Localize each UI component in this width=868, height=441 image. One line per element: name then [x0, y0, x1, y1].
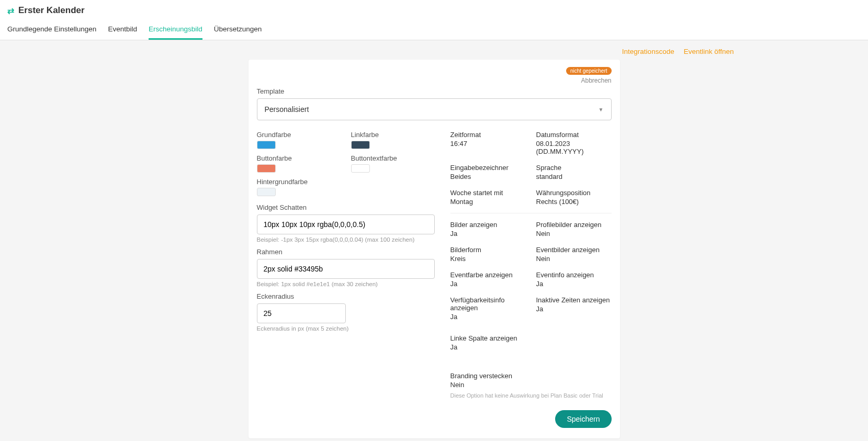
header: ⇄ Erster Kalender Grundlegende Einstellu… — [0, 0, 868, 40]
settings-group-b: Bilder anzeigen Ja Profilebilder anzeige… — [450, 221, 612, 321]
setting-eventfarbe-anzeigen[interactable]: Eventfarbe anzeigen Ja — [450, 271, 526, 288]
template-label: Template — [257, 87, 612, 95]
template-select[interactable]: Personalisiert ▼ — [257, 98, 612, 120]
radius-label: Eckenradius — [257, 292, 435, 300]
tab-translations[interactable]: Übersetzungen — [214, 21, 262, 40]
buttontextfarbe-label: Buttontextfarbe — [351, 154, 435, 162]
setting-sprache[interactable]: Sprache standard — [536, 164, 612, 180]
buttonfarbe-label: Buttonfarbe — [257, 154, 341, 162]
widget-shadow-label: Widget Schatten — [257, 203, 435, 211]
template-value: Personalisiert — [265, 105, 309, 114]
setting-linke-spalte-anzeigen[interactable]: Linke Spalte anzeigen Ja — [450, 334, 526, 351]
border-label: Rahmen — [257, 248, 435, 256]
integration-code-link[interactable]: Integrationscode — [622, 48, 674, 55]
cancel-link[interactable]: Abbrechen — [581, 77, 611, 84]
linkfarbe-label: Linkfarbe — [351, 131, 435, 139]
grundfarbe-swatch[interactable] — [257, 141, 276, 149]
tab-eventbild[interactable]: Eventbild — [108, 21, 137, 40]
setting-branding-verstecken[interactable]: Branding verstecken Nein Diese Option ha… — [450, 372, 612, 400]
border-input[interactable] — [257, 259, 435, 279]
setting-bilderform[interactable]: Bilderform Kreis — [450, 246, 526, 263]
save-button[interactable]: Speichern — [555, 410, 611, 428]
setting-eventbilder-anzeigen[interactable]: Eventbilder anzeigen Nein — [536, 246, 612, 263]
open-eventlink-link[interactable]: Eventlink öffnen — [684, 48, 734, 55]
tabs: Grundlegende Einstellungen Eventbild Ers… — [7, 21, 861, 40]
radius-input[interactable] — [257, 303, 346, 323]
setting-eingabebezeichner[interactable]: Eingabebezeichner Beides — [450, 164, 526, 180]
border-hint: Beispiel: 1px solid #e1e1e1 (max 30 zeic… — [257, 281, 435, 287]
widget-shadow-hint: Beispiel: -1px 3px 15px rgba(0,0,0,0.04)… — [257, 236, 435, 243]
hintergrundfarbe-label: Hintergrundfarbe — [257, 178, 341, 186]
hintergrundfarbe-swatch[interactable] — [257, 188, 276, 196]
setting-inaktive-zeiten-anzeigen[interactable]: Inaktive Zeiten anzeigen Ja — [536, 296, 612, 321]
top-links: Integrationscode Eventlink öffnen — [134, 48, 734, 55]
buttonfarbe-swatch[interactable] — [257, 164, 276, 173]
setting-eventinfo-anzeigen[interactable]: Eventinfo anzeigen Ja — [536, 271, 612, 288]
page-title: Erster Kalender — [18, 5, 85, 16]
setting-waehrungsposition[interactable]: Währungsposition Rechts (100€) — [536, 189, 612, 206]
setting-zeitformat[interactable]: Zeitformat 16:47 — [450, 131, 526, 155]
linkfarbe-swatch[interactable] — [351, 141, 370, 149]
chevron-down-icon: ▼ — [599, 107, 604, 112]
grundfarbe-label: Grundfarbe — [257, 131, 341, 139]
unsaved-badge: nicht gepeichert — [566, 67, 612, 75]
setting-profilebilder-anzeigen[interactable]: Profilebilder anzeigen Nein — [536, 221, 612, 238]
divider — [450, 213, 612, 213]
widget-shadow-input[interactable] — [257, 214, 435, 234]
swap-icon: ⇄ — [7, 6, 14, 16]
settings-group-c: Linke Spalte anzeigen Ja — [450, 334, 612, 351]
setting-woche-start[interactable]: Woche startet mit Montag — [450, 189, 526, 206]
setting-verfuegbarkeitsinfo-anzeigen[interactable]: Verfügbarkeitsinfo anzeigen Ja — [450, 296, 526, 321]
settings-group-a: Zeitformat 16:47 Datumsformat 08.01.2023… — [450, 131, 612, 206]
radius-hint: Eckenradius in px (max 5 zeichen) — [257, 325, 435, 332]
buttontextfarbe-swatch[interactable] — [351, 164, 370, 173]
settings-card: nicht gepeichert Abbrechen Template Pers… — [249, 60, 620, 438]
tab-basic-settings[interactable]: Grundlegende Einstellungen — [7, 21, 96, 40]
setting-datumsformat[interactable]: Datumsformat 08.01.2023 (DD.MM.YYYY) — [536, 131, 612, 155]
setting-bilder-anzeigen[interactable]: Bilder anzeigen Ja — [450, 221, 526, 238]
tab-appearance[interactable]: Erscheinungsbild — [149, 21, 202, 40]
branding-note: Diese Option hat keine Auswirkung bei Pl… — [450, 392, 612, 400]
